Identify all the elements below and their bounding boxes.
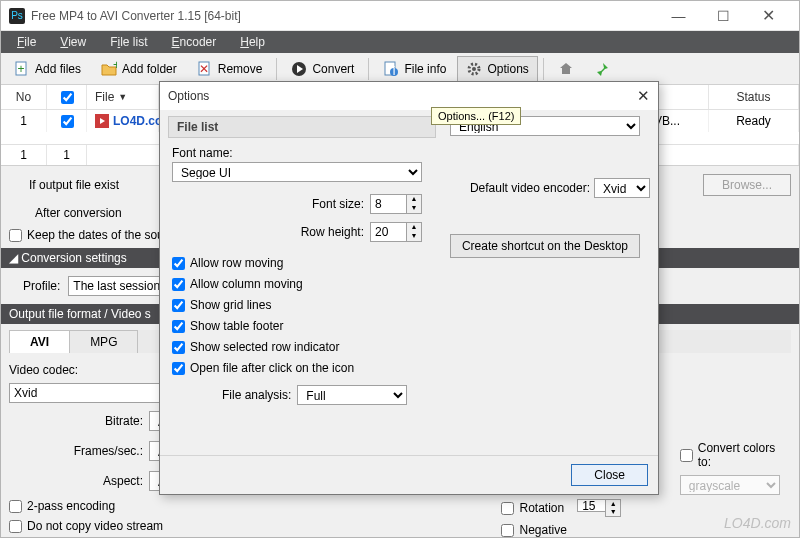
row-height-spinner[interactable]: ▲▼ <box>370 222 422 242</box>
dialog-titlebar: Options ✕ <box>160 82 658 110</box>
video-icon <box>95 114 109 128</box>
options-button[interactable]: Options <box>457 56 537 82</box>
home-icon <box>558 61 574 77</box>
file-analysis-select[interactable]: Full <box>297 385 407 405</box>
add-files-label: Add files <box>35 62 81 76</box>
cell-status: Ready <box>709 110 799 132</box>
negative-checkbox[interactable] <box>501 524 514 537</box>
profile-label: Profile: <box>23 279 60 293</box>
file-list-group: File list <box>168 116 436 138</box>
remove-label: Remove <box>218 62 263 76</box>
minimize-button[interactable]: ― <box>656 1 701 30</box>
play-circle-icon <box>291 61 307 77</box>
if-output-label: If output file exist <box>29 178 119 192</box>
dialog-title: Options <box>168 89 209 103</box>
default-encoder-select[interactable]: Xvid <box>594 178 650 198</box>
bitrate-label: Bitrate: <box>105 414 143 428</box>
gear-icon <box>466 61 482 77</box>
browse-button[interactable]: Browse... <box>703 174 791 196</box>
row-height-label: Row height: <box>301 225 364 239</box>
maximize-button[interactable]: ☐ <box>701 1 746 30</box>
remove-button[interactable]: ✕ Remove <box>188 56 272 82</box>
col-check[interactable] <box>47 85 87 109</box>
col-no[interactable]: No <box>1 85 47 109</box>
svg-text:+: + <box>113 61 117 72</box>
menubar: File View File list Encoder Help <box>1 31 799 53</box>
no-copy-video-checkbox[interactable] <box>9 520 22 533</box>
create-shortcut-button[interactable]: Create shortcut on the Desktop <box>450 234 640 258</box>
home-button[interactable] <box>549 56 583 82</box>
menu-help[interactable]: Help <box>228 32 277 52</box>
titlebar: Ps Free MP4 to AVI Converter 1.15 [64-bi… <box>1 1 799 31</box>
file-info-label: File info <box>404 62 446 76</box>
open-file-after-click-checkbox[interactable] <box>172 362 185 375</box>
convert-colors-checkbox[interactable] <box>680 449 693 462</box>
rotation-checkbox[interactable] <box>501 502 514 515</box>
font-size-label: Font size: <box>312 197 364 211</box>
page-info-icon: i <box>383 61 399 77</box>
col-file[interactable]: File ▼ <box>87 85 159 109</box>
two-pass-checkbox[interactable] <box>9 500 22 513</box>
add-folder-label: Add folder <box>122 62 177 76</box>
window-title: Free MP4 to AVI Converter 1.15 [64-bit] <box>31 9 241 23</box>
font-name-label: Font name: <box>172 146 432 160</box>
options-tooltip: Options... (F12) <box>431 107 521 125</box>
dialog-close-button[interactable]: Close <box>571 464 648 486</box>
file-analysis-label: File analysis: <box>222 388 291 402</box>
frames-label: Frames/sec.: <box>74 444 143 458</box>
page-x-icon: ✕ <box>197 61 213 77</box>
show-grid-lines-checkbox[interactable] <box>172 299 185 312</box>
svg-point-11 <box>472 67 476 71</box>
convert-button[interactable]: Convert <box>282 56 363 82</box>
keep-dates-checkbox[interactable] <box>9 229 22 242</box>
page-plus-icon: + <box>14 61 30 77</box>
file-info-button[interactable]: i File info <box>374 56 455 82</box>
show-selected-row-indicator-checkbox[interactable] <box>172 341 185 354</box>
svg-text:+: + <box>17 62 24 76</box>
main-window: Ps Free MP4 to AVI Converter 1.15 [64-bi… <box>0 0 800 538</box>
watermark: LO4D.com <box>724 515 791 531</box>
menu-view[interactable]: View <box>48 32 98 52</box>
pin-button[interactable] <box>585 56 619 82</box>
show-table-footer-checkbox[interactable] <box>172 320 185 333</box>
menu-file[interactable]: File <box>5 32 48 52</box>
pin-icon <box>594 61 610 77</box>
keep-dates-label: Keep the dates of the sou <box>27 228 164 242</box>
cell-file: LO4D.com <box>87 110 159 132</box>
default-encoder-label: Default video encoder: <box>470 181 590 195</box>
col-status[interactable]: Status <box>709 85 799 109</box>
cell-no: 1 <box>1 110 47 132</box>
rotation-spinner[interactable]: ▲▼ <box>577 499 621 517</box>
close-button[interactable]: ✕ <box>746 1 791 30</box>
folder-plus-icon: + <box>101 61 117 77</box>
tab-mpg[interactable]: MPG <box>69 330 138 353</box>
options-label: Options <box>487 62 528 76</box>
menu-encoder[interactable]: Encoder <box>160 32 229 52</box>
font-name-select[interactable]: Segoe UI <box>172 162 422 182</box>
aspect-label: Aspect: <box>103 474 143 488</box>
svg-text:✕: ✕ <box>199 62 209 76</box>
allow-column-moving-checkbox[interactable] <box>172 278 185 291</box>
menu-file-list[interactable]: File list <box>98 32 159 52</box>
options-dialog: Options ✕ File list Font name: Segoe UI … <box>159 81 659 495</box>
check-all[interactable] <box>61 91 74 104</box>
add-folder-button[interactable]: + Add folder <box>92 56 186 82</box>
grayscale-select: grayscale <box>680 475 780 495</box>
row-checkbox[interactable] <box>61 115 74 128</box>
convert-label: Convert <box>312 62 354 76</box>
after-conv-label: After conversion <box>35 206 122 220</box>
dialog-close-icon[interactable]: ✕ <box>637 87 650 105</box>
font-size-spinner[interactable]: ▲▼ <box>370 194 422 214</box>
allow-row-moving-checkbox[interactable] <box>172 257 185 270</box>
svg-text:i: i <box>393 64 396 77</box>
app-icon: Ps <box>9 8 25 24</box>
tab-avi[interactable]: AVI <box>9 330 70 353</box>
add-files-button[interactable]: + Add files <box>5 56 90 82</box>
